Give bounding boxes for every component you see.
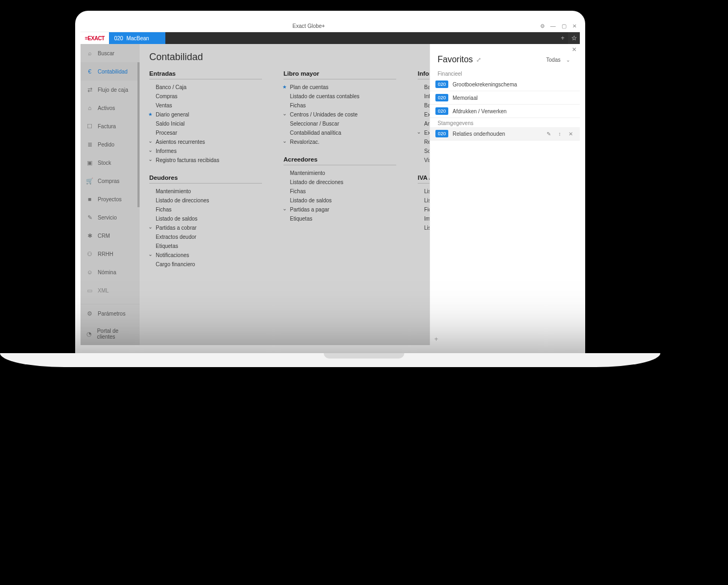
minimize-button[interactable]: — <box>548 23 558 29</box>
projects-icon: ■ <box>86 195 93 203</box>
sidebar-item-crm[interactable]: ✱ CRM <box>81 226 140 245</box>
sidebar-item-pedido[interactable]: ≣ Pedido <box>81 135 140 153</box>
payroll-icon: ☺ <box>86 268 93 276</box>
tab-active[interactable]: 020 MacBean <box>109 32 165 44</box>
menu-item[interactable]: Notificaciones <box>149 251 262 260</box>
menu-item[interactable]: Fichas <box>283 187 396 196</box>
sidebar-item-label: Pedido <box>98 142 114 148</box>
close-icon[interactable]: ✕ <box>572 46 577 53</box>
add-tab-button[interactable]: + <box>557 32 568 44</box>
sidebar-item-label: Servicio <box>98 215 117 221</box>
menu-item[interactable]: Partidas a pagar <box>283 205 396 214</box>
favorite-label: Grootboekrekeningschema <box>453 82 517 87</box>
menu-item[interactable]: Procesar <box>149 128 262 137</box>
laptop-notch <box>324 353 404 359</box>
menu-item[interactable]: Compras <box>149 92 262 101</box>
favorite-code: 020 <box>435 81 448 88</box>
section-heading: Entradas <box>149 70 262 79</box>
favorite-item[interactable]: 020 Afdrukken / Verwerken <box>430 105 580 118</box>
menu-item[interactable]: Listado de saldos <box>149 214 262 223</box>
menu-item[interactable]: Revalorizac. <box>283 137 396 147</box>
xml-icon: ▭ <box>86 287 93 294</box>
search-label: Buscar <box>98 50 114 56</box>
crm-icon: ✱ <box>86 232 93 239</box>
sidebar-item-flujo[interactable]: ⇄ Flujo de caja <box>81 81 140 99</box>
sidebar-item-rrhh[interactable]: ⚇ RRHH <box>81 245 140 263</box>
sidebar-search[interactable]: ⌕ Buscar <box>81 44 140 62</box>
menu-item[interactable]: Asientos recurrentes <box>149 137 262 147</box>
close-button[interactable]: ✕ <box>569 23 580 29</box>
portal-icon: ◔ <box>86 330 93 338</box>
favorite-item[interactable]: 020 Grootboekrekeningschema <box>430 78 580 91</box>
sidebar-item-contabilidad[interactable]: € Contabilidad <box>81 62 140 81</box>
sidebar-parametros[interactable]: ⚙ Parámetros <box>81 304 140 323</box>
menu-item[interactable]: Cargo financiero <box>149 260 262 269</box>
add-favorite-button[interactable]: + <box>434 335 438 343</box>
chevron-down-icon[interactable]: ⌄ <box>564 57 572 63</box>
sidebar-item-label: Contabilidad <box>98 69 128 75</box>
favorite-item[interactable]: 020 Relaties onderhouden ✎ ↕ ✕ <box>430 127 580 141</box>
sidebar-item-label: CRM <box>98 233 110 239</box>
gear-icon: ⚙ <box>86 310 93 317</box>
sidebar-item-activos[interactable]: ⌂ Activos <box>81 99 140 117</box>
assets-icon: ⌂ <box>86 104 93 112</box>
sidebar-item-label: Parámetros <box>98 311 126 317</box>
move-icon[interactable]: ↕ <box>557 131 563 137</box>
sidebar-item-stock[interactable]: ▣ Stock <box>81 153 140 172</box>
remove-icon[interactable]: ✕ <box>567 131 574 137</box>
menu-item[interactable]: Etiquetas <box>283 214 396 223</box>
menu-item[interactable]: Diario general <box>149 110 262 119</box>
sidebar-item-nomina[interactable]: ☺ Nómina <box>81 263 140 281</box>
sidebar-item-label: XML <box>98 288 109 294</box>
brand-logo: =EXACT <box>81 32 109 44</box>
sidebar-item-label: Compras <box>98 178 120 184</box>
menu-item[interactable]: Registro facturas recibidas <box>149 156 262 165</box>
menu-item[interactable]: Partidas a cobrar <box>149 223 262 232</box>
menu-item[interactable]: Saldo Inicial <box>149 119 262 128</box>
menu-item[interactable]: Listado de direcciones <box>149 196 262 205</box>
favorite-code: 020 <box>435 130 448 137</box>
favorite-label: Memoriaal <box>453 95 478 101</box>
menu-item[interactable]: Ventas <box>149 101 262 110</box>
window-titlebar: Exact Globe+ ⚙ — ▢ ✕ <box>81 20 580 32</box>
sidebar-portal[interactable]: ◔ Portal de clientes <box>81 323 140 345</box>
menu-item[interactable]: Mantenimiento <box>149 187 262 196</box>
menu-item[interactable]: Seleccionar / Buscar <box>283 119 396 128</box>
menu-item[interactable]: Mantenimiento <box>283 169 396 178</box>
settings-icon[interactable]: ⚙ <box>537 23 548 29</box>
edit-icon[interactable]: ✎ <box>545 131 552 137</box>
pin-icon[interactable]: ⤢ <box>476 56 481 63</box>
column-entradas: Entradas Banco / CajaComprasVentasDiario… <box>149 70 262 269</box>
search-icon: ⌕ <box>86 49 93 57</box>
window-title: Exact Globe+ <box>81 23 537 29</box>
favorite-label: Relaties onderhouden <box>453 131 505 137</box>
sidebar-item-factura[interactable]: ☐ Factura <box>81 117 140 135</box>
cart-icon: 🛒 <box>86 177 93 185</box>
tab-label: MacBean <box>126 35 149 41</box>
favorite-item[interactable]: 020 Memoriaal <box>430 91 580 105</box>
app-body: ⌕ Buscar € Contabilidad ⇄ Flujo de caja … <box>81 44 580 345</box>
menu-item[interactable]: Listado de cuentas contables <box>283 92 396 101</box>
sidebar-item-servicio[interactable]: ✎ Servicio <box>81 208 140 226</box>
tab-bar: =EXACT 020 MacBean + ☆ <box>81 32 580 44</box>
favorites-toggle[interactable]: ☆ <box>568 32 580 44</box>
column-libro-mayor: Libro mayor Plan de cuentasListado de cu… <box>283 70 396 269</box>
menu-item[interactable]: Listado de direcciones <box>283 178 396 187</box>
menu-item[interactable]: Contabilidad analítica <box>283 128 396 137</box>
sidebar-item-proyectos[interactable]: ■ Proyectos <box>81 190 140 208</box>
favorites-filter[interactable]: Todas <box>546 57 560 63</box>
section-heading: Acreedores <box>283 156 396 165</box>
menu-item[interactable]: Fichas <box>149 205 262 214</box>
sidebar: ⌕ Buscar € Contabilidad ⇄ Flujo de caja … <box>81 44 140 345</box>
sidebar-item-compras[interactable]: 🛒 Compras <box>81 172 140 190</box>
menu-item[interactable]: Informes <box>149 147 262 156</box>
sidebar-item-xml[interactable]: ▭ XML <box>81 281 140 299</box>
menu-item[interactable]: Centros / Unidades de coste <box>283 110 396 119</box>
menu-item[interactable]: Extractos deudor <box>149 232 262 242</box>
menu-item[interactable]: Etiquetas <box>149 242 262 251</box>
maximize-button[interactable]: ▢ <box>558 23 569 29</box>
menu-item[interactable]: Fichas <box>283 101 396 110</box>
menu-item[interactable]: Plan de cuentas <box>283 83 396 92</box>
menu-item[interactable]: Banco / Caja <box>149 83 262 92</box>
menu-item[interactable]: Listado de saldos <box>283 196 396 205</box>
